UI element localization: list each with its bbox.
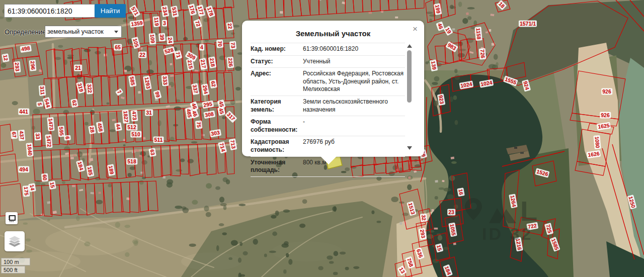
parcel-label[interactable]: 12 [2,53,10,62]
parcel-label[interactable]: 5 [36,102,43,107]
parcel-label[interactable]: 293 [14,61,21,73]
parcel-label[interactable]: 518 [126,158,137,165]
chevron-down-icon [114,31,118,33]
parcel-label[interactable]: 441 [18,109,29,115]
info-row: Адрес:Российская Федерация, Ростовская о… [251,68,405,96]
info-label: Адрес: [251,70,300,94]
popup-scrollbar[interactable] [407,44,412,150]
parcel-label[interactable]: 437 [18,130,26,141]
parcel-label[interactable]: 926 [600,112,611,119]
parcel-label[interactable]: 511 [153,137,164,143]
search-input[interactable] [4,4,96,18]
parcel-label[interactable]: 63 [148,148,156,157]
parcel-label[interactable]: 119 [153,16,160,27]
parcel-label[interactable]: 31 [145,110,153,116]
parcel-label[interactable]: 1158 [474,27,482,41]
info-row: Кадастровая стоимость:276976 руб [251,136,405,156]
parcel-label[interactable]: 28 [88,125,96,134]
parcel-label[interactable]: 16 [457,188,465,197]
parcel-label[interactable]: 70 [216,40,223,48]
parcel-label[interactable]: 44 [114,122,122,131]
parcel-label[interactable]: 73 [229,41,236,50]
measure-button[interactable] [6,212,18,224]
info-value: Учтенный [300,58,405,66]
parcel-info-popup: × Земельный участок Кад. номер:61:39:060… [242,21,424,156]
info-value: 276976 руб [300,138,405,154]
close-icon[interactable]: × [413,25,418,33]
parcel-label[interactable]: 4 [199,44,204,51]
parcel-label[interactable]: 1840 [26,143,33,157]
parcel-label[interactable]: 22 [226,22,234,31]
info-row: Кад. номер:61:39:0600016:1820 [251,43,405,56]
parcel-label[interactable]: 39 [158,33,166,42]
parcel-label[interactable]: 322 [86,83,94,95]
parcel-label[interactable]: 226 [227,57,234,68]
scroll-down-icon[interactable] [407,146,412,150]
parcel-label[interactable]: 3 [162,20,167,27]
parcel-label[interactable]: 311 [39,85,46,96]
info-row: Форма собственности:- [251,116,405,136]
info-value: 61:39:0600016:1820 [300,45,405,53]
info-row: Статус:Учтенный [251,56,405,68]
parcel-label[interactable]: 1473 [47,117,54,131]
info-label: Статус: [251,58,300,66]
parcel-label[interactable]: 6 [64,135,71,141]
map-stage[interactable]: 4981229329621653115544441319322627571234… [0,0,644,277]
scale-bar-imperial: 500 ft [1,266,25,273]
info-label: Кадастровая стоимость: [251,138,300,154]
parcel-label[interactable]: 1472 [45,134,52,148]
parcel-label[interactable]: 510 [130,131,141,138]
parcel-label[interactable]: 62 [209,79,217,88]
filter-label: Определение: [5,28,48,36]
info-label: Уточненная площадь: [251,159,300,174]
parcel-label[interactable]: 726 [479,48,487,60]
parcel-label[interactable]: 1571/1 [519,21,537,27]
info-label: Форма собственности: [251,118,300,134]
parcel-label[interactable]: 1827 [122,110,129,124]
filter-select[interactable]: земельный участок [45,26,122,38]
parcel-label[interactable]: 21 [74,65,82,71]
parcel-label[interactable]: 1080 [593,135,601,149]
info-label: Категория земель: [251,98,300,114]
info-row: Категория земель:Земли сельскохозяйствен… [251,96,405,116]
parcel-label[interactable]: 494 [18,166,29,173]
parcel-label[interactable]: 926 [601,88,612,95]
popup-title: Земельный участок [242,29,424,38]
layers-button[interactable] [5,231,25,251]
parcel-label[interactable]: 67 [11,131,18,139]
popup-tail [320,156,337,164]
parcel-label[interactable]: 22 [138,52,146,58]
layers-icon [8,234,22,248]
parcel-label[interactable]: 23 [447,209,455,216]
parcel-label[interactable]: 32 [420,214,427,222]
parcel-label[interactable]: 109 [149,33,156,45]
scroll-thumb[interactable] [407,50,412,103]
parcel-label[interactable]: 512 [126,124,137,131]
parcel-label[interactable]: 296 [29,60,37,71]
parcel-label[interactable]: 33 [34,132,41,141]
scroll-up-icon[interactable] [407,44,412,48]
parcel-label[interactable]: 15 [48,180,56,190]
info-value: Земли сельскохозяйственного назначения [300,98,405,114]
parcel-label[interactable]: 333 [162,75,169,86]
search-button[interactable]: Найти [95,4,126,18]
parcel-label[interactable]: 14 [28,183,36,192]
info-label: Кад. номер: [251,45,300,53]
ruler-icon [8,214,16,223]
parcel-label[interactable]: 60 [41,173,48,182]
parcel-label[interactable]: 473 [131,110,138,122]
info-value: Российская Федерация, Ростовская область… [300,70,405,94]
scale-bar-metric: 100 m [1,258,30,265]
info-value: 800 кв.м [300,159,405,174]
info-value: - [300,118,405,134]
parcel-label[interactable]: 75 [195,121,202,129]
parcel-label[interactable]: 24 [167,36,174,45]
filter-selected-value: земельный участок [47,28,104,35]
parcel-label[interactable]: 62 [70,99,78,108]
parcel-label[interactable]: 65 [114,44,122,51]
